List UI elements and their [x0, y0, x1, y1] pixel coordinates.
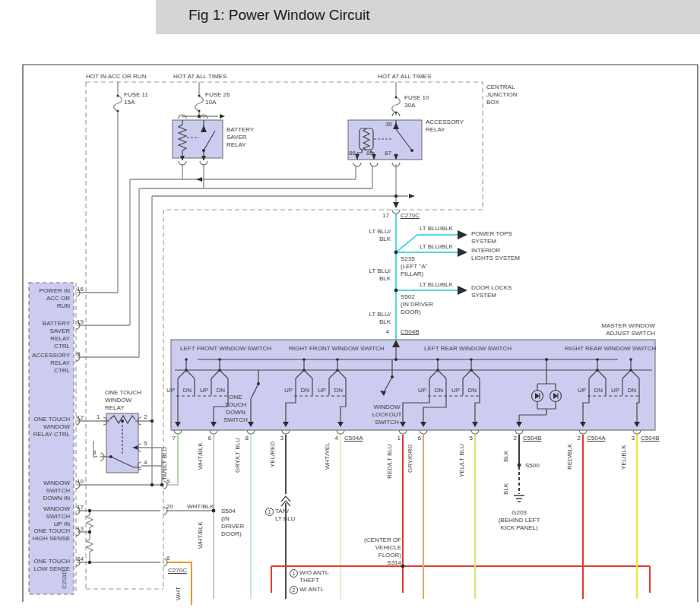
- pin-30: 30: [380, 121, 392, 128]
- dn-label: DN: [624, 387, 636, 394]
- arrow-power-tops: [458, 230, 467, 239]
- sidebar-one-touch-high: ONE TOUCHHIGH SENSE: [26, 527, 70, 543]
- splice-s500-label: S500: [525, 462, 540, 470]
- pin-number: 7: [160, 435, 176, 442]
- wire-label-tan-lt-blu: TAN/LT BLU: [161, 447, 169, 480]
- wire-label-yel-red: YEL/RED: [269, 442, 277, 467]
- wire-label-tan-lt-blu-alt: TAN/LT BLU: [275, 508, 295, 523]
- wiring-diagram-canvas: [0, 0, 700, 611]
- left-rear-window-switch-label: LEFT REAR WINDOW SWITCH: [424, 345, 512, 353]
- connector-pin-5: 5: [166, 478, 169, 486]
- sidebar-power-in-acc: POWER INACC ORRUN: [26, 287, 70, 310]
- pin-17: 17: [375, 212, 389, 220]
- up-label: UP: [314, 387, 326, 394]
- up-label: UP: [574, 387, 586, 394]
- wire-label-gry-lt-blu: GRY/LT BLU: [234, 438, 242, 473]
- sidebar-pin-9: 9: [77, 350, 80, 358]
- sidebar-window-switch-down: WINDOWSWITCHDOWN IN: [26, 480, 70, 502]
- accessory-relay-label: ACCESSORYRELAY: [426, 119, 464, 134]
- dn-label: DN: [297, 387, 309, 394]
- fuse-26-label: FUSE 2610A: [205, 91, 230, 106]
- pin-number: 1: [385, 435, 401, 442]
- connector-c504b: C504B: [641, 435, 659, 442]
- sidebar-one-touch-relay-ctrl: ONE TOUCHWINDOWRELAY CTRL: [26, 416, 70, 438]
- wire-label-wht-blk: WHT/BLK: [197, 442, 204, 470]
- connector-c270c: C270C: [168, 567, 187, 575]
- wiring-diagram-page: Fig 1: Power Window Circuit: [0, 0, 700, 611]
- dn-label: DN: [464, 387, 477, 394]
- relay-pin-4: 4: [144, 459, 147, 467]
- connector-pin-20: 20: [166, 503, 173, 511]
- pin-86: 86: [349, 150, 356, 157]
- fuse-11-label: FUSE 1115A: [124, 91, 148, 106]
- connector-c504a: C504A: [587, 435, 605, 442]
- wire-label-blk: BLK: [502, 483, 510, 495]
- connector-c504b: C504B: [401, 328, 419, 336]
- one-touch-down-switch-label: ONETOUCHDOWNSWITCH: [222, 394, 249, 424]
- pin-4: 4: [375, 328, 389, 336]
- dn-label: DN: [179, 387, 192, 394]
- door-locks-system-label: DOOR LOCKSSYSTEM: [471, 284, 512, 299]
- sidebar-pin-16: 16: [77, 286, 84, 293]
- pin-number: 6: [196, 435, 211, 442]
- relay-pin-1: 1: [97, 413, 100, 421]
- relay-pin-3: 3: [93, 449, 96, 457]
- wire-label-gry-org: GRY/ORG: [407, 444, 414, 473]
- splice-s235: [394, 251, 398, 255]
- wire-label-lt-blu-blk: LT BLU/BLK: [345, 228, 391, 243]
- hot-at-all-times-label: HOT AT ALL TIMES: [173, 73, 226, 81]
- pin-number: 2: [502, 435, 517, 442]
- window-lockout-switch-label: WINDOWLOCKOUTSWITCH: [368, 404, 406, 426]
- up-label: UP: [163, 387, 175, 394]
- relay-pin-2: 2: [144, 413, 147, 421]
- power-tops-system-label: POWER TOPSSYSTEM: [471, 230, 512, 245]
- wire-label-lt-blu-blk: LT BLU/BLK: [420, 281, 453, 289]
- right-rear-window-switch-label: RIGHT REAR WINDOW SWITCH: [565, 345, 656, 353]
- splice-s502: [394, 289, 398, 293]
- footnote-2-text: W/ ANTI-: [299, 586, 324, 594]
- connector-c201d: C201D: [61, 570, 68, 589]
- wire-label-red-lt-blu: RED/LT BLU: [386, 445, 394, 480]
- interior-lights-system-label: INTERIORLIGHTS SYSTEM: [471, 247, 520, 262]
- splice-s504-label: S504(INDRIVERDOOR): [221, 508, 244, 538]
- sidebar-battery-saver-ctrl: BATTERYSAVERRELAYCTRL: [26, 320, 70, 350]
- connector-pin-6: 6: [166, 555, 169, 562]
- sidebar-pin-12: 12: [77, 414, 84, 422]
- wire-label-wht-blk: WHT/BLK: [197, 521, 204, 549]
- one-touch-window-relay-label: ONE TOUCHWINDOWRELAY: [105, 389, 141, 412]
- relay-pin-5: 5: [144, 440, 147, 448]
- central-junction-box-label: CENTRALJUNCTIONBOX: [486, 84, 517, 106]
- up-label: UP: [280, 387, 293, 394]
- sidebar-pin-19: 19: [77, 318, 84, 326]
- wire-label-red-blk: RED/BLK: [566, 444, 574, 470]
- wire-label-blk: BLK: [502, 451, 510, 462]
- fuse-10-label: FUSE 1030A: [404, 94, 429, 109]
- splice-s314: [401, 565, 405, 568]
- right-front-window-switch-label: RIGHT FRONT WINDOW SWITCH: [289, 345, 384, 353]
- up-label: UP: [414, 387, 426, 394]
- up-label: UP: [448, 387, 460, 394]
- sidebar-pin-17: 17: [77, 504, 84, 511]
- master-window-adjust-switch-label: MASTER WINDOWADJUST SWITCH: [579, 322, 655, 337]
- wire-label-lt-blu-blk: LT BLU/BLK: [345, 268, 391, 283]
- sidebar-pin-10: 10: [77, 478, 84, 486]
- ground-symbol-g203: [514, 495, 524, 502]
- up-label: UP: [607, 387, 619, 394]
- wire-label-wht-yel: WHT/YEL: [324, 442, 331, 470]
- wire-label-lt-blu-blk: LT BLU/BLK: [420, 243, 453, 251]
- pin-number: 4: [323, 435, 338, 442]
- wire-label-yel-blk: YEL/BLK: [620, 445, 628, 470]
- footnote-2-icon: 2: [290, 586, 298, 594]
- up-label: UP: [196, 387, 208, 394]
- pin-85: 85: [366, 150, 373, 157]
- wire-label-lt-blu-blk: LT BLU/BLK: [420, 225, 453, 233]
- sidebar-pin-24: 24: [77, 556, 84, 563]
- footnote-1-text: W/O ANTI-THEFT: [299, 569, 329, 584]
- left-front-window-switch-label: LEFT FRONT WINDOW SWITCH: [180, 345, 271, 353]
- splice-s500: [518, 464, 521, 467]
- sidebar-window-switch-up: WINDOWSWITCHUP IN: [26, 505, 70, 528]
- battery-saver-relay-label: BATTERYSAVERRELAY: [226, 126, 254, 149]
- pin-number: 5: [458, 435, 473, 442]
- footnote-1-icon: 1: [290, 569, 298, 578]
- ground-g203-label: G203(BEHIND LEFTKICK PANEL): [489, 509, 550, 532]
